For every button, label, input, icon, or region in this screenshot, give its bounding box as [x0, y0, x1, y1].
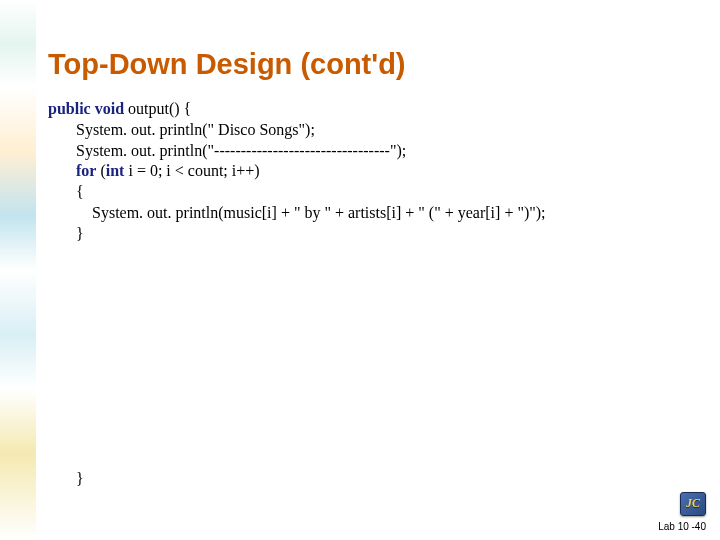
- closing-brace: }: [76, 470, 84, 488]
- slide-title: Top-Down Design (cont'd): [48, 48, 700, 81]
- code-text: (: [96, 162, 105, 179]
- code-text: output() {: [124, 100, 191, 117]
- page-footer: Lab 10 -40: [658, 521, 706, 532]
- code-text: i = 0; i < count; i++): [124, 162, 259, 179]
- decorative-sidebar: [0, 0, 36, 540]
- keyword: for: [76, 162, 96, 179]
- keyword: public void: [48, 100, 124, 117]
- code-line: public void output() {: [48, 99, 700, 120]
- code-line: System. out. println("------------------…: [48, 141, 700, 162]
- logo-icon: [680, 492, 706, 516]
- slide-content: Top-Down Design (cont'd) public void out…: [48, 48, 700, 245]
- keyword: int: [106, 162, 125, 179]
- code-line: {: [48, 182, 700, 203]
- code-block: public void output() { System. out. prin…: [48, 99, 700, 245]
- code-line: System. out. println(music[i] + " by " +…: [48, 203, 700, 224]
- code-line: }: [48, 224, 700, 245]
- code-line: for (int i = 0; i < count; i++): [48, 161, 700, 182]
- code-line: System. out. println(" Disco Songs");: [48, 120, 700, 141]
